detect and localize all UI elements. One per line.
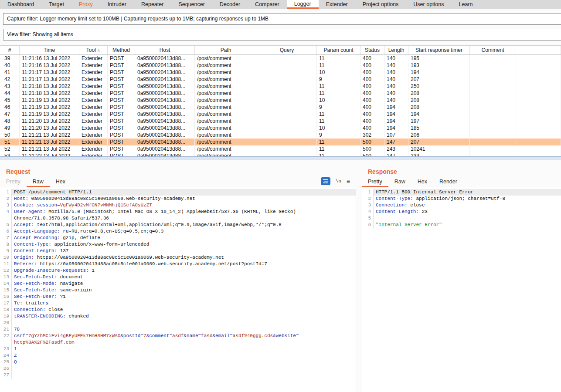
request-tab-hex[interactable]: Hex xyxy=(50,177,71,187)
line-content[interactable]: Content-Length: 137 xyxy=(12,248,356,254)
menu-item-proxy[interactable]: Proxy xyxy=(71,0,100,9)
response-tab-raw[interactable]: Raw xyxy=(388,177,411,187)
line-content[interactable]: http%3A%2F%2Fasdf.com xyxy=(12,339,356,346)
line-content[interactable]: Sec-Fetch-Mode: navigate xyxy=(12,280,356,287)
line-content[interactable]: Connection: close xyxy=(374,202,561,209)
line-number: 10 xyxy=(0,254,12,261)
menu-item-user-options[interactable]: User options xyxy=(406,0,451,9)
line-content[interactable]: Host: 0a9500020413d88ac08c5c1e001a0069.w… xyxy=(12,196,356,202)
menu-item-sequencer[interactable]: Sequencer xyxy=(171,0,212,9)
table-row[interactable]: 5011:21:21 13 Jul 2022ExtenderPOST0a9500… xyxy=(0,132,561,139)
menu-item-extender[interactable]: Extender xyxy=(319,0,355,9)
column-header-method[interactable]: Method xyxy=(108,46,135,54)
table-row[interactable]: 4511:21:19 13 Jul 2022ExtenderPOST0a9500… xyxy=(0,97,561,104)
capture-filter-bar[interactable]: Capture filter: Logger memory limit set … xyxy=(3,13,561,25)
column-header-comment[interactable]: Comment xyxy=(470,46,516,54)
cell-param_count: 11 xyxy=(317,152,360,156)
menu-item-intruder[interactable]: Intruder xyxy=(100,0,134,9)
view-filter-bar[interactable]: View filter: Showing all items xyxy=(3,29,561,41)
syntax-segment: close xyxy=(408,203,425,208)
line-content[interactable]: "Internal Server Error" xyxy=(374,222,561,228)
column-header--[interactable]: # xyxy=(0,46,20,54)
horizontal-scrollbar[interactable] xyxy=(0,156,561,159)
cell-param_count: 10 xyxy=(317,125,360,132)
line-content[interactable]: Accept: text/html,application/xhtml+xml,… xyxy=(12,222,356,228)
line-content[interactable]: HTTP/1.1 500 Internal Server Error xyxy=(374,189,561,196)
request-editor[interactable]: 1POST /post/comment HTTP/1.12Host: 0a950… xyxy=(0,187,356,392)
line-content[interactable]: Sec-Fetch-User: ?1 xyxy=(12,294,356,300)
line-content[interactable] xyxy=(374,215,561,222)
table-row[interactable]: 4311:21:18 13 Jul 2022ExtenderPOST0a9500… xyxy=(0,83,561,90)
column-header-query[interactable]: Query xyxy=(257,46,317,54)
column-header-start-response-timer[interactable]: Start response timer xyxy=(408,46,470,54)
table-row[interactable]: 4211:21:17 13 Jul 2022ExtenderPOST0a9500… xyxy=(0,76,561,83)
menu-item-target[interactable]: Target xyxy=(41,0,71,9)
response-panel: Response PrettyRawHexRender 1HTTP/1.1 50… xyxy=(362,165,561,392)
column-header-tool[interactable]: Tool∧ xyxy=(79,46,108,54)
menu-item-project-options[interactable]: Project options xyxy=(355,0,406,9)
line-content[interactable]: Sec-Fetch-Site: same-origin xyxy=(12,287,356,294)
line-content[interactable]: 1 xyxy=(12,346,356,352)
column-header-status[interactable]: Status xyxy=(360,46,384,54)
response-tab-hex[interactable]: Hex xyxy=(411,177,433,187)
cell-timer: 185 xyxy=(408,125,470,132)
line-content[interactable]: Content-Length: 23 xyxy=(374,209,561,215)
table-row[interactable]: 3911:21:16 13 Jul 2022ExtenderPOST0a9500… xyxy=(0,55,561,62)
editor-line: Chrome/71.0.3578.98 Safari/537.36 xyxy=(0,215,356,222)
line-content[interactable] xyxy=(12,365,356,372)
editor-menu-icon[interactable]: ≡ xyxy=(347,178,350,185)
table-row[interactable]: 5211:21:21 13 Jul 2022ExtenderPOST0a9500… xyxy=(0,145,561,152)
line-content[interactable]: Origin: https://0a9500020413d88ac08c5c1e… xyxy=(12,254,356,261)
line-content[interactable]: Chrome/71.0.3578.98 Safari/537.36 xyxy=(12,215,356,222)
cell-filler xyxy=(516,145,561,152)
column-header-path[interactable]: Path xyxy=(195,46,257,54)
cell-length: 107 xyxy=(384,132,408,139)
line-content[interactable]: 78 xyxy=(12,326,356,333)
line-content[interactable]: Cookie: session=VgFWy4D2vMfON7vMNMhjQ1Sc… xyxy=(12,202,356,209)
line-content[interactable]: Z xyxy=(12,352,356,359)
line-content[interactable]: Connection: close xyxy=(12,307,356,313)
syntax-segment: &email= xyxy=(213,333,233,338)
table-row[interactable]: 5111:21:21 13 Jul 2022ExtenderPOST0a9500… xyxy=(0,139,561,145)
column-header-param-count[interactable]: Param count xyxy=(317,46,360,54)
response-editor[interactable]: 1HTTP/1.1 500 Internal Server Error2Cont… xyxy=(362,187,561,392)
line-content[interactable]: POST /post/comment HTTP/1.1 xyxy=(12,189,356,196)
request-tab-raw[interactable]: Raw xyxy=(27,177,50,187)
table-row[interactable]: 4811:21:20 13 Jul 2022ExtenderPOST0a9500… xyxy=(0,118,561,125)
line-content[interactable]: Te: trailers xyxy=(12,300,356,307)
line-content[interactable] xyxy=(12,372,356,378)
menu-item-logger[interactable]: Logger xyxy=(287,0,319,9)
line-content[interactable]: Content-Type: application/x-www-form-url… xyxy=(12,241,356,248)
line-content[interactable]: User-Agent: Mozilla/5.0 (Macintosh; Inte… xyxy=(12,209,356,215)
table-row[interactable]: 4911:21:20 13 Jul 2022ExtenderPOST0a9500… xyxy=(0,125,561,132)
pretty-print-icon[interactable] xyxy=(321,177,330,185)
table-row[interactable]: 4011:21:16 13 Jul 2022ExtenderPOST0a9500… xyxy=(0,62,561,69)
line-content[interactable] xyxy=(12,320,356,326)
line-content[interactable]: Sec-Fetch-Dest: document xyxy=(12,274,356,280)
table-row[interactable]: 4711:21:19 13 Jul 2022ExtenderPOST0a9500… xyxy=(0,111,561,118)
line-content[interactable]: Q xyxy=(12,359,356,365)
line-content[interactable]: Upgrade-Insecure-Requests: 1 xyxy=(12,267,356,274)
column-header-time[interactable]: Time xyxy=(20,46,79,54)
line-content[interactable]: csrf=7gYzhMCiFvi4gBEyUEEk7HmHSHM7xWAO&po… xyxy=(12,333,356,339)
line-content[interactable]: Accept-Encoding: gzip, deflate xyxy=(12,235,356,241)
menu-item-repeater[interactable]: Repeater xyxy=(134,0,171,9)
response-tab-pretty[interactable]: Pretty xyxy=(362,177,388,187)
line-content[interactable]: Referer: https://0a9500020413d88ac08c5c1… xyxy=(12,261,356,267)
column-header-host[interactable]: Host xyxy=(135,46,195,54)
table-row[interactable]: 4111:21:17 13 Jul 2022ExtenderPOST0a9500… xyxy=(0,69,561,76)
line-content[interactable]: Accept-Language: ru-RU,ru;q=0.8,en-US;q=… xyxy=(12,228,356,235)
table-row[interactable]: 5311:21:22 13 Jul 2022ExtenderPOST0a9500… xyxy=(0,152,561,156)
table-row[interactable]: 4411:21:18 13 Jul 2022ExtenderPOST0a9500… xyxy=(0,90,561,97)
line-content[interactable]: Content-Type: application/json; charset=… xyxy=(374,196,561,202)
response-tab-render[interactable]: Render xyxy=(433,177,463,187)
newline-toggle-icon[interactable]: \n xyxy=(336,179,341,184)
table-row[interactable]: 4611:21:19 13 Jul 2022ExtenderPOST0a9500… xyxy=(0,104,561,111)
menu-item-decoder[interactable]: Decoder xyxy=(212,0,248,9)
menu-item-learn[interactable]: Learn xyxy=(452,0,480,9)
menu-item-comparer[interactable]: Comparer xyxy=(248,0,287,9)
menu-item-dashboard[interactable]: Dashboard xyxy=(0,0,41,9)
cell-tool: Extender xyxy=(79,62,108,69)
column-header-length[interactable]: Length xyxy=(384,46,408,54)
line-content[interactable]: tRANSFER-ENCODING: chunked xyxy=(12,313,356,320)
